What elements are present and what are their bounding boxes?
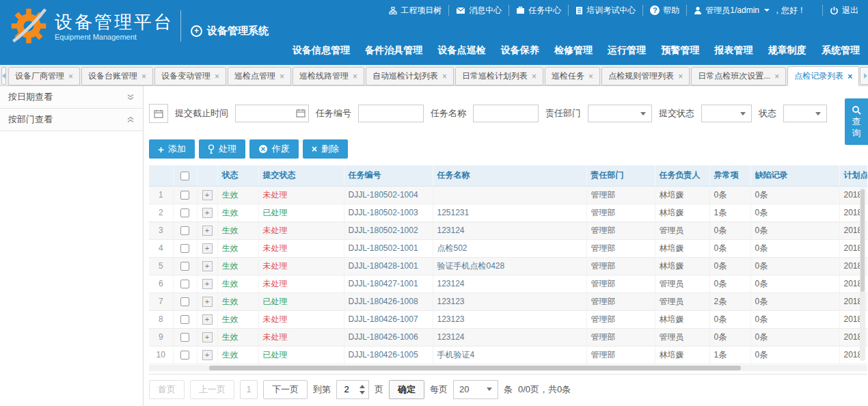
tab[interactable]: 设备变动管理 ×: [154, 67, 226, 85]
task-no-input[interactable]: [358, 105, 424, 122]
table-row[interactable]: 1 + 生效 未处理 DJJL-180502-1004 管理部 林培媛 0条 0…: [149, 186, 867, 204]
tabs-scroll-left-button[interactable]: [1, 67, 6, 85]
close-icon[interactable]: ×: [442, 72, 447, 81]
col-owner[interactable]: 任务负责人: [655, 165, 709, 186]
row-checkbox[interactable]: [180, 280, 189, 288]
select-all-checkbox[interactable]: [180, 172, 189, 180]
close-icon[interactable]: ×: [280, 72, 284, 81]
expand-icon[interactable]: +: [202, 297, 213, 307]
row-checkbox[interactable]: [180, 351, 189, 360]
calendar-icon[interactable]: [296, 109, 306, 120]
table-row[interactable]: 10 + 生效 已处理 DJJL-180426-1005 手机验证4 管理部 林…: [149, 346, 867, 364]
training-center-link[interactable]: 培训考试中心: [568, 5, 642, 16]
logout-button[interactable]: 退出: [822, 5, 865, 16]
table-row[interactable]: 3 + 生效 未处理 DJJL-180502-1002 123124 管理部 管…: [149, 221, 867, 239]
close-icon[interactable]: ×: [588, 72, 593, 81]
nav-item[interactable]: 备件治具管理: [365, 44, 422, 57]
nav-item[interactable]: 报表管理: [715, 44, 753, 57]
col-defect[interactable]: 缺陷记录: [750, 165, 839, 186]
tab[interactable]: 日常点检班次设置... ×: [691, 67, 786, 85]
table-row[interactable]: 9 + 生效 未处理 DJJL-180426-1006 123124 管理部 管…: [149, 328, 867, 346]
nav-item[interactable]: 规章制度: [768, 44, 806, 57]
submit-status-select[interactable]: [701, 105, 752, 122]
expand-icon[interactable]: +: [202, 190, 213, 200]
row-checkbox[interactable]: [180, 262, 189, 271]
nav-item[interactable]: 系统管理: [822, 44, 860, 57]
tab[interactable]: 巡检任务 ×: [545, 67, 600, 85]
col-dept[interactable]: 责任部门: [586, 165, 655, 186]
search-button[interactable]: 查 询: [845, 98, 868, 145]
tab[interactable]: 巡检点管理 ×: [228, 67, 291, 85]
process-button[interactable]: 处理: [199, 139, 245, 159]
calendar-button[interactable]: [149, 104, 168, 123]
help-link[interactable]: ? 帮助: [642, 5, 686, 16]
task-center-link[interactable]: 任务中心: [508, 5, 568, 16]
void-button[interactable]: 作废: [249, 139, 299, 159]
tab[interactable]: 点检记录列表 ×: [787, 66, 859, 86]
message-center-link[interactable]: 消息中心: [448, 5, 508, 16]
col-submit-status[interactable]: 提交状态: [258, 165, 344, 186]
close-icon[interactable]: ×: [141, 72, 146, 81]
vertical-scrollbar-thumb[interactable]: [860, 189, 865, 292]
close-icon[interactable]: ×: [353, 72, 357, 81]
close-icon[interactable]: ×: [68, 72, 73, 81]
per-page-select[interactable]: 20: [453, 380, 498, 399]
expand-icon[interactable]: +: [202, 314, 213, 325]
delete-button[interactable]: × 删除: [303, 139, 348, 159]
tab[interactable]: 巡检线路管理 ×: [293, 67, 364, 85]
sidebar-section[interactable]: 按部门查看: [0, 109, 143, 131]
spinner-down-icon[interactable]: [360, 391, 365, 394]
nav-item[interactable]: 运行管理: [608, 44, 646, 57]
project-tree-link[interactable]: 工程项目树: [382, 5, 448, 16]
tab[interactable]: 设备厂商管理 ×: [8, 67, 80, 85]
nav-item[interactable]: 设备信息管理: [293, 44, 350, 57]
next-page-button[interactable]: 下一页: [263, 380, 308, 399]
table-row[interactable]: 5 + 生效 未处理 DJJL-180428-1001 验证手机点检0428 管…: [149, 257, 867, 275]
spinner-up-icon[interactable]: [360, 385, 365, 388]
dept-select[interactable]: [588, 105, 652, 122]
nav-item[interactable]: 预警管理: [661, 44, 699, 57]
tabs-scroll-right-button[interactable]: [860, 67, 868, 85]
col-task-name[interactable]: 任务名称: [433, 165, 586, 186]
table-row[interactable]: 7 + 生效 已处理 DJJL-180426-1008 123123 管理部 管…: [149, 293, 867, 310]
tab[interactable]: 日常巡检计划列表 ×: [455, 67, 543, 85]
row-checkbox[interactable]: [180, 244, 189, 253]
goto-page-input[interactable]: [337, 384, 356, 394]
nav-item[interactable]: 检修管理: [554, 44, 593, 57]
col-status[interactable]: 状态: [217, 165, 258, 186]
col-plan-time[interactable]: 计划点检时间: [839, 165, 867, 186]
expand-icon[interactable]: +: [202, 226, 213, 236]
add-button[interactable]: + 添加: [149, 139, 195, 159]
horizontal-scrollbar-thumb[interactable]: [209, 366, 741, 370]
sidebar-section[interactable]: 按日期查看: [0, 86, 143, 109]
prev-page-button[interactable]: 上一页: [190, 380, 234, 399]
row-checkbox[interactable]: [180, 208, 189, 217]
col-task-no[interactable]: 任务编号: [344, 165, 433, 186]
table-row[interactable]: 8 + 生效 未处理 DJJL-180426-1007 123123 管理部 林…: [149, 310, 867, 328]
expand-icon[interactable]: +: [202, 279, 213, 289]
vertical-scrollbar[interactable]: [860, 188, 865, 361]
tab[interactable]: 设备台账管理 ×: [81, 67, 153, 85]
status-select[interactable]: [783, 105, 827, 122]
nav-item[interactable]: 设备点巡检: [437, 44, 485, 57]
tab[interactable]: 自动巡检计划列表 ×: [366, 67, 454, 85]
current-page-button[interactable]: 1: [240, 380, 258, 399]
first-page-button[interactable]: 首页: [149, 380, 185, 399]
tab[interactable]: 点检规则管理列表 ×: [601, 67, 690, 85]
table-row[interactable]: 4 + 生效 未处理 DJJL-180502-1001 点检502 管理部 林培…: [149, 239, 867, 257]
expand-icon[interactable]: +: [202, 208, 213, 218]
expand-icon[interactable]: +: [202, 332, 213, 342]
close-icon[interactable]: ×: [215, 72, 219, 81]
confirm-button[interactable]: 确定: [389, 380, 424, 399]
row-checkbox[interactable]: [180, 226, 189, 235]
user-menu[interactable]: 管理员1/admin ，您好！: [686, 5, 813, 16]
horizontal-scrollbar[interactable]: [149, 365, 867, 371]
expand-icon[interactable]: +: [202, 261, 213, 271]
close-icon[interactable]: ×: [774, 72, 779, 81]
close-icon[interactable]: ×: [678, 72, 683, 81]
expand-icon[interactable]: +: [202, 243, 213, 254]
table-row[interactable]: 2 + 生效 已处理 DJJL-180502-1003 1251231 管理部 …: [149, 204, 867, 221]
close-icon[interactable]: ×: [532, 72, 537, 81]
row-checkbox[interactable]: [180, 191, 189, 200]
row-checkbox[interactable]: [180, 315, 189, 324]
